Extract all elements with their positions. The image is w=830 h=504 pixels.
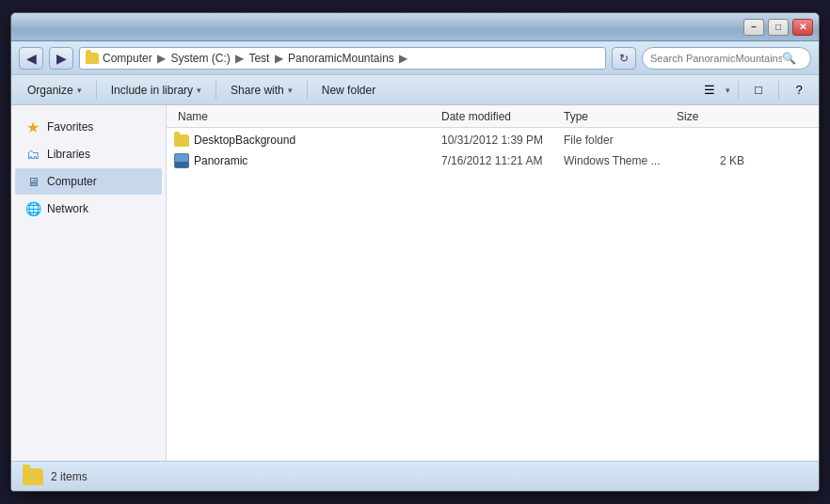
favorites-icon: ★ [24,118,41,135]
share-with-dropdown-icon: ▾ [288,86,293,95]
new-folder-button[interactable]: New folder [313,79,384,102]
minimize-button[interactable]: – [743,19,764,36]
path-test[interactable]: Test [248,52,269,65]
status-bar: 2 items [11,461,819,491]
back-icon: ◀ [26,51,37,66]
forward-button[interactable]: ▶ [49,47,73,70]
file-name-label: DesktopBackground [194,134,295,147]
share-with-label: Share with [231,84,284,97]
preview-icon: □ [755,83,762,97]
include-library-button[interactable]: Include in library ▾ [103,79,210,102]
new-folder-label: New folder [322,84,375,97]
share-with-button[interactable]: Share with ▾ [222,79,301,102]
search-icon: 🔍 [782,52,796,65]
view-icon: ☰ [704,83,715,97]
refresh-button[interactable]: ↻ [612,47,636,70]
file-type-cell: File folder [560,134,673,147]
toolbar-sep-1 [96,81,97,100]
sidebar-item-computer-label: Computer [47,175,97,188]
toolbar: Organize ▾ Include in library ▾ Share wi… [11,75,819,105]
help-icon: ? [795,83,802,97]
main-content: ★ Favorites 🗂 Libraries 🖥 Computer 🌐 [11,105,819,461]
toolbar-sep-2 [215,81,216,100]
col-header-date[interactable]: Date modified [438,110,560,123]
maximize-button[interactable]: □ [768,19,789,36]
column-headers: Name Date modified Type Size [167,105,819,128]
network-icon: 🌐 [24,200,41,217]
sidebar-item-network-label: Network [47,202,88,215]
organize-button[interactable]: Organize ▾ [19,79,90,102]
address-path[interactable]: Computer ▶ System (C:) ▶ Test ▶ Panorami… [79,47,606,70]
toolbar-sep-4 [738,81,739,100]
title-bar: – □ ✕ [11,13,819,41]
folder-icon [174,134,189,147]
sidebar-item-computer[interactable]: 🖥 Computer [15,168,162,195]
view-options-button[interactable]: ☰ [697,79,722,102]
file-rows: DesktopBackground 10/31/2012 1:39 PM Fil… [167,128,819,461]
address-bar: ◀ ▶ Computer ▶ System (C:) ▶ Test ▶ Pano… [11,41,819,75]
sidebar: ★ Favorites 🗂 Libraries 🖥 Computer 🌐 [11,105,167,461]
file-list-area: Name Date modified Type Size DesktopBack… [167,105,819,461]
file-name-cell: DesktopBackground [174,134,438,147]
refresh-icon: ↻ [619,52,629,65]
path-panoramic[interactable]: PanoramicMountains [288,52,394,65]
path-drive[interactable]: System (C:) [170,52,230,65]
status-folder-icon [23,468,43,485]
explorer-window: – □ ✕ ◀ ▶ Computer ▶ System (C:) ▶ Test … [10,12,820,492]
file-date-cell: 7/16/2012 11:21 AM [438,154,560,167]
preview-pane-button[interactable]: □ [746,79,771,102]
window-controls: – □ ✕ [743,19,813,36]
file-size-cell: 2 KB [673,154,748,167]
file-date-cell: 10/31/2012 1:39 PM [438,134,560,147]
file-name-label: Panoramic [194,154,247,167]
path-computer[interactable]: Computer [103,52,152,65]
help-button[interactable]: ? [787,79,811,102]
search-box[interactable]: 🔍 [642,47,811,70]
file-type-cell: Windows Theme ... [560,154,673,167]
sidebar-item-network[interactable]: 🌐 Network [15,196,162,222]
computer-icon: 🖥 [24,173,41,190]
libraries-icon: 🗂 [24,146,41,163]
file-name-cell: Panoramic [174,153,438,168]
path-text: Computer ▶ System (C:) ▶ Test ▶ Panorami… [103,52,409,65]
sidebar-item-libraries-label: Libraries [47,148,90,161]
toolbar-sep-3 [307,81,308,100]
col-header-type[interactable]: Type [560,110,673,123]
include-library-label: Include in library [111,84,193,97]
back-button[interactable]: ◀ [19,47,43,70]
sidebar-item-libraries[interactable]: 🗂 Libraries [15,141,162,167]
theme-file-icon [174,153,189,168]
toolbar-right: ☰ ▾ □ ? [697,79,811,102]
table-row[interactable]: DesktopBackground 10/31/2012 1:39 PM Fil… [167,130,819,150]
sidebar-item-favorites-label: Favorites [47,120,93,134]
path-folder-icon [86,53,99,64]
col-header-size[interactable]: Size [673,110,748,123]
view-dropdown-icon[interactable]: ▾ [726,86,730,95]
sidebar-item-favorites[interactable]: ★ Favorites [15,114,162,140]
forward-icon: ▶ [56,51,67,66]
status-item-count: 2 items [51,470,88,483]
organize-label: Organize [27,84,73,97]
toolbar-sep-5 [778,81,779,100]
col-header-name[interactable]: Name [174,110,438,123]
search-input[interactable] [650,53,782,64]
close-button[interactable]: ✕ [792,19,813,36]
include-library-dropdown-icon: ▾ [197,86,201,95]
table-row[interactable]: Panoramic 7/16/2012 11:21 AM Windows The… [167,150,819,171]
organize-dropdown-icon: ▾ [77,86,82,95]
